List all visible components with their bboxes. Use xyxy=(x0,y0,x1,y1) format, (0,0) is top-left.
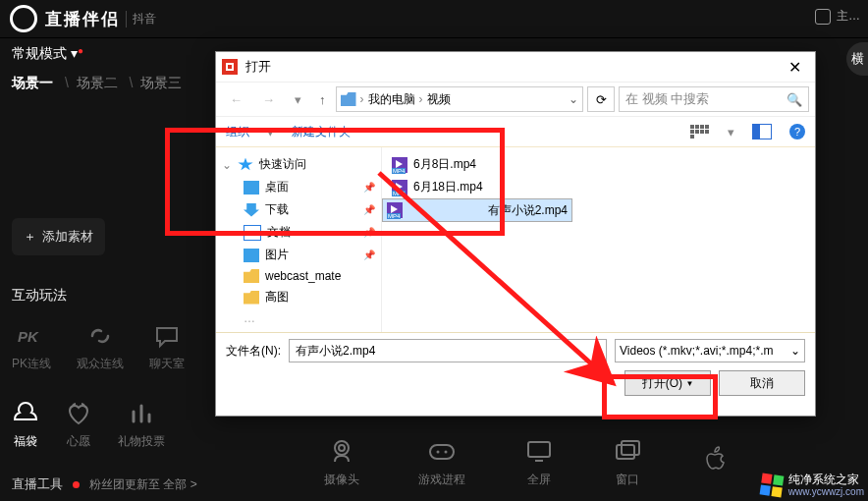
chat-icon xyxy=(153,322,181,350)
folder-icon xyxy=(341,92,356,106)
source-camera[interactable]: 摄像头 xyxy=(324,436,359,488)
nav-forward-button[interactable]: → xyxy=(254,88,283,111)
dialog-footer: 文件名(N): Videos (*.mkv;*.avi;*.mp4;*.m⌄ 打… xyxy=(216,332,815,416)
tab-scene-3[interactable]: 场景三 xyxy=(140,75,182,90)
interactive-pk[interactable]: PK PK连线 xyxy=(12,322,51,372)
svg-point-1 xyxy=(335,441,349,455)
svg-point-5 xyxy=(445,450,448,453)
tool-lucky-bag[interactable]: 福袋 xyxy=(12,400,39,450)
interactive-audience[interactable]: 观众连线 xyxy=(77,322,124,372)
annotation-highlight-open xyxy=(602,374,718,419)
tool-gift-vote[interactable]: 礼物投票 xyxy=(118,400,165,450)
nav-recent-button[interactable]: ▾ xyxy=(287,88,309,111)
pk-icon: PK xyxy=(18,322,45,350)
cancel-button[interactable]: 取消 xyxy=(719,370,805,396)
dialog-titlebar: 打开 ✕ xyxy=(216,52,815,82)
live-tools-label[interactable]: 直播工具 xyxy=(12,475,63,493)
search-input[interactable]: 在 视频 中搜索 🔍 xyxy=(619,86,809,112)
notification-dot-icon xyxy=(73,481,80,488)
topbar-label[interactable]: 主… xyxy=(837,8,860,25)
svg-rect-6 xyxy=(528,442,550,457)
dialog-close-button[interactable]: ✕ xyxy=(781,56,809,79)
refresh-button[interactable]: ⟳ xyxy=(587,86,615,112)
tools-row: 福袋 心愿 礼物投票 xyxy=(12,400,198,450)
svg-point-2 xyxy=(339,445,345,451)
filename-input[interactable] xyxy=(289,339,607,362)
plus-icon: ＋ xyxy=(24,228,36,246)
search-icon: 🔍 xyxy=(787,92,802,107)
annotation-highlight-file xyxy=(165,128,505,236)
topbar-right: 主… xyxy=(815,8,860,25)
monitor-icon xyxy=(524,436,554,466)
scene-tabs: 场景一 \ 场景二 \ 场景三 xyxy=(12,75,198,92)
source-window[interactable]: 窗口 xyxy=(613,436,642,488)
topbar: 直播伴侣 抖音 主… xyxy=(0,0,868,38)
filename-label: 文件名(N): xyxy=(226,343,281,360)
interactive-row: PK PK连线 观众连线 聊天室 xyxy=(12,322,198,372)
fans-news[interactable]: 粉丝团更新至 全部 > xyxy=(89,476,197,493)
source-fullscreen[interactable]: 全屏 xyxy=(524,436,554,488)
bag-icon xyxy=(12,400,39,427)
tab-scene-2[interactable]: 场景二 xyxy=(77,75,118,90)
nav-up-button[interactable]: ↑ xyxy=(313,88,332,111)
breadcrumb[interactable]: › 我的电脑 › 视频 ⌄ xyxy=(336,86,584,112)
bottom-status: 直播工具 粉丝团更新至 全部 > xyxy=(12,475,197,493)
gamepad-icon xyxy=(427,436,457,466)
tree-gaotu[interactable]: 高图 xyxy=(220,286,377,308)
tab-scene-1[interactable]: 场景一 xyxy=(12,75,53,90)
add-material-label: 添加素材 xyxy=(42,228,93,246)
camera-icon xyxy=(327,436,356,466)
orientation-toggle[interactable]: 横 xyxy=(846,42,868,76)
crumb-folder[interactable]: 视频 xyxy=(427,91,451,108)
app-brand: 直播伴侣 xyxy=(45,8,120,30)
search-placeholder: 在 视频 中搜索 xyxy=(625,90,709,108)
add-material-button[interactable]: ＋ 添加素材 xyxy=(12,218,105,255)
topbar-icon[interactable] xyxy=(815,9,831,25)
preview-pane-button[interactable] xyxy=(752,124,772,139)
view-mode-button[interactable] xyxy=(690,125,710,139)
tool-wish[interactable]: 心愿 xyxy=(65,400,92,450)
source-game[interactable]: 游戏进程 xyxy=(418,436,465,488)
dialog-app-icon xyxy=(222,59,238,75)
svg-point-4 xyxy=(437,450,440,453)
help-button[interactable]: ? xyxy=(789,124,805,139)
watermark-url: www.ycwwzj.com xyxy=(788,486,864,497)
svg-rect-3 xyxy=(430,445,454,459)
chart-icon xyxy=(128,400,155,427)
svg-rect-8 xyxy=(622,441,639,455)
interactive-chatroom[interactable]: 聊天室 xyxy=(149,322,185,372)
watermark-name: 纯净系统之家 xyxy=(788,473,864,486)
dialog-title: 打开 xyxy=(245,58,271,76)
apple-icon xyxy=(701,444,731,473)
watermark-logo-icon xyxy=(759,473,784,497)
app-logo-icon xyxy=(10,5,37,32)
svg-rect-7 xyxy=(617,445,634,459)
dialog-nav: ← → ▾ ↑ › 我的电脑 › 视频 ⌄ ⟳ 在 视频 中搜索 🔍 xyxy=(216,82,815,117)
mode-selector[interactable]: 常规模式 ▾● xyxy=(12,45,198,63)
app-brand-sub: 抖音 xyxy=(126,11,156,28)
source-apple[interactable] xyxy=(701,444,731,479)
tree-webcast[interactable]: webcast_mate xyxy=(220,266,377,286)
tree-more: … xyxy=(220,308,377,328)
left-column: 常规模式 ▾● 场景一 \ 场景二 \ 场景三 ＋ 添加素材 互动玩法 PK P… xyxy=(0,37,210,501)
crumb-root[interactable]: 我的电脑 xyxy=(368,91,415,108)
watermark: 纯净系统之家 www.ycwwzj.com xyxy=(761,473,864,497)
window-icon xyxy=(613,436,642,466)
svg-text:PK: PK xyxy=(18,328,39,345)
interactive-title: 互动玩法 xyxy=(12,287,198,305)
heart-icon xyxy=(65,400,92,427)
tree-pictures[interactable]: 图片📌 xyxy=(220,244,377,266)
nav-back-button[interactable]: ← xyxy=(222,88,250,111)
link-icon xyxy=(86,322,114,350)
filetype-select[interactable]: Videos (*.mkv;*.avi;*.mp4;*.m⌄ xyxy=(615,339,805,362)
